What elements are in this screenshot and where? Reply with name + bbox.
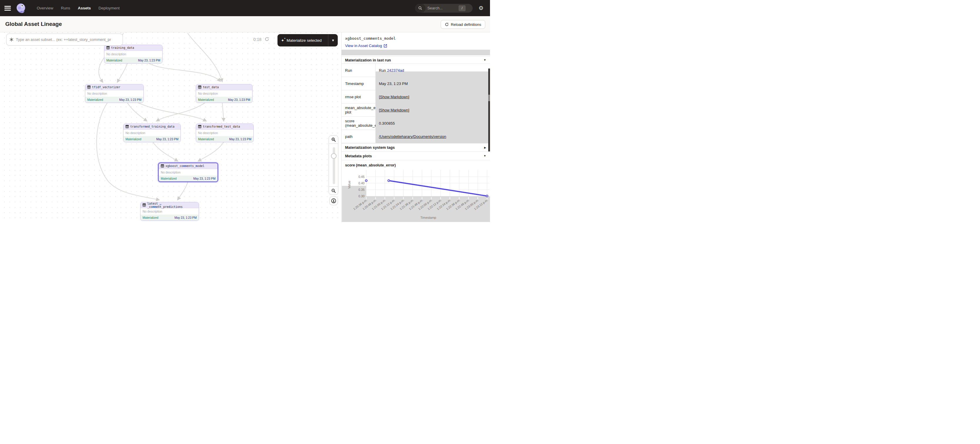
asset-detail-panel: xgboost_comments_model View in Asset Cat… xyxy=(341,32,490,222)
node-timestamp: May 23, 1:23 PM xyxy=(193,177,215,180)
status-badge: Materialized xyxy=(198,98,214,102)
graph-refresh-icon[interactable] xyxy=(264,37,269,41)
zoom-controls xyxy=(329,135,338,195)
section-materialization-system-tags[interactable]: Materialization system tags ▶ xyxy=(342,143,490,152)
table-row: Timestamp May 23, 1:23 PM xyxy=(342,77,490,90)
node-timestamp: May 23, 1:23 PM xyxy=(228,98,250,102)
menu-icon[interactable] xyxy=(5,6,11,11)
table-icon xyxy=(107,46,110,49)
window-scrollbar[interactable] xyxy=(488,68,490,151)
panel-asset-title: xgboost_comments_model xyxy=(345,36,396,41)
materialize-selected-button[interactable]: ✦✦ Materialize selected ▼ xyxy=(277,34,338,46)
asset-node-tfidf-vectorizer[interactable]: tfidf_vectorizer No description Material… xyxy=(85,84,144,103)
page-title: Global Asset Lineage xyxy=(5,21,62,27)
search-box[interactable]: / xyxy=(415,4,473,13)
asset-filter-input[interactable] xyxy=(16,37,119,42)
metadata-plot-title: score (mean_absolute_error) xyxy=(345,163,396,167)
chevron-down-icon: ▼ xyxy=(484,59,486,62)
status-badge: Materialized xyxy=(107,59,122,62)
sparkle-icon: ✦✦ xyxy=(281,38,284,42)
table-icon xyxy=(161,164,164,168)
status-badge: Materialized xyxy=(126,138,142,141)
table-icon xyxy=(126,125,129,128)
svg-text:0.35: 0.35 xyxy=(359,188,365,191)
table-icon xyxy=(198,125,201,128)
node-timestamp: May 23, 1:23 PM xyxy=(156,138,178,141)
graph-timer: 0:18 xyxy=(253,37,261,42)
table-row: mean_absolute_error plot [Show Markdown] xyxy=(342,103,490,117)
zoom-in-button[interactable] xyxy=(329,135,338,144)
reload-definitions-button[interactable]: Reload definitions xyxy=(441,20,485,29)
run-id-link[interactable]: 242374ad xyxy=(387,68,404,73)
metadata-table: Run Run242374ad Timestamp May 23, 1:23 P… xyxy=(342,64,490,143)
node-description: No description xyxy=(104,51,162,57)
table-row: score (mean_absolute_error) 0.300855 xyxy=(342,117,490,130)
page-header: Global Asset Lineage Reload definitions xyxy=(0,16,490,32)
asset-filter-box[interactable] xyxy=(6,33,123,46)
external-link-icon xyxy=(383,44,387,48)
asset-node-training-data[interactable]: training_data No description Materialize… xyxy=(104,45,162,64)
svg-text:0.40: 0.40 xyxy=(359,181,365,185)
asset-node-transformed-training-data[interactable]: transformed_training_data No description… xyxy=(123,124,181,142)
section-materialization-last-run[interactable]: Materialization in last run ▼ xyxy=(342,56,490,64)
svg-text:Timestamp: Timestamp xyxy=(420,216,436,220)
node-timestamp: May 23, 1:23 PM xyxy=(229,138,251,141)
metadata-plot-chart: 1:20:36 p.m.1:20:48 p.m.1:21:00 p.m.1:21… xyxy=(342,168,490,222)
nav-item-deployment[interactable]: Deployment xyxy=(99,6,119,10)
asset-node-transformed-test-data[interactable]: transformed_test_data No description Mat… xyxy=(196,124,254,142)
zoom-slider-track[interactable] xyxy=(333,147,335,184)
table-row: path /Users/odetteharary/Documents/versi… xyxy=(342,130,490,143)
svg-text:0.30: 0.30 xyxy=(359,194,365,198)
search-input[interactable] xyxy=(427,6,458,10)
node-timestamp: May 23, 1:23 PM xyxy=(119,98,142,102)
top-nav: Overview Runs Assets Deployment / ⚙ xyxy=(0,0,490,16)
chevron-down-icon: ▼ xyxy=(484,154,486,157)
status-badge: Materialized xyxy=(87,98,103,102)
zoom-slider-handle[interactable] xyxy=(331,153,337,159)
panel-scroll-strip xyxy=(342,50,490,55)
materialize-dropdown-caret[interactable]: ▼ xyxy=(328,38,338,42)
dagster-app: Overview Runs Assets Deployment / ⚙ Glob… xyxy=(0,0,490,222)
section-metadata-plots[interactable]: Metadata plots ▼ xyxy=(342,152,490,160)
node-description: No description xyxy=(85,90,143,97)
node-timestamp: May 23, 1:23 PM xyxy=(138,59,160,62)
node-description: No description xyxy=(124,130,180,136)
gear-icon[interactable]: ⚙ xyxy=(479,5,484,11)
table-icon xyxy=(143,204,146,207)
search-icon xyxy=(415,4,426,13)
node-description: No description xyxy=(196,90,252,97)
svg-text:0.45: 0.45 xyxy=(359,175,365,178)
nav-item-overview[interactable]: Overview xyxy=(37,6,53,10)
table-row: rmse plot [Show Markdown] xyxy=(342,90,490,103)
nav-right: / ⚙ xyxy=(415,4,484,13)
download-image-button[interactable] xyxy=(329,196,338,205)
show-markdown-link[interactable]: [Show Markdown] xyxy=(379,95,409,99)
zoom-out-button[interactable] xyxy=(329,186,338,195)
nav-item-runs[interactable]: Runs xyxy=(61,6,70,10)
status-badge: Materialized xyxy=(143,216,158,220)
node-description: No description xyxy=(159,169,218,175)
refresh-icon xyxy=(445,22,449,27)
table-icon xyxy=(87,86,91,89)
status-badge: Materialized xyxy=(161,177,177,180)
nav-item-assets[interactable]: Assets xyxy=(78,6,91,10)
show-markdown-link[interactable]: [Show Markdown] xyxy=(379,108,409,112)
status-badge: Materialized xyxy=(198,138,214,141)
svg-text:Value: Value xyxy=(347,181,351,188)
node-description: No description xyxy=(140,208,199,215)
scrollbar-thumb[interactable] xyxy=(488,95,490,101)
view-in-asset-catalog-link[interactable]: View in Asset Catalog xyxy=(345,43,387,48)
asset-node-xgboost-comments-model[interactable]: xgboost_comments_model No description Ma… xyxy=(158,162,218,182)
chevron-right-icon: ▶ xyxy=(484,146,486,149)
nav-links: Overview Runs Assets Deployment xyxy=(37,6,119,10)
table-icon xyxy=(198,86,201,89)
asset-node-test-data[interactable]: test_data No description MaterializedMay… xyxy=(196,84,253,103)
node-description: No description xyxy=(196,130,253,136)
node-timestamp: May 23, 1:23 PM xyxy=(174,216,197,220)
table-row: Run Run242374ad xyxy=(342,64,490,77)
asset-node-latest-comment-predictions[interactable]: latest_…_comment_predictions No descript… xyxy=(140,202,199,221)
path-link[interactable]: /Users/odetteharary/Documents/version xyxy=(379,134,446,139)
asset-selector-icon xyxy=(10,37,14,42)
dagster-logo[interactable] xyxy=(16,3,26,14)
search-shortcut-badge: / xyxy=(458,5,466,11)
